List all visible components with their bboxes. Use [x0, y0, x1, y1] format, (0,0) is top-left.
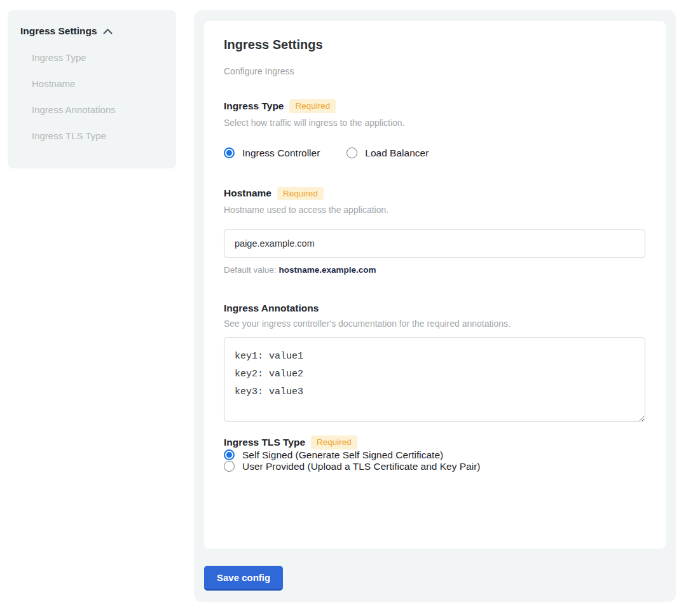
radio-option-load-balancer[interactable]: Load Balancer — [346, 147, 429, 159]
ingress-type-description: Select how traffic will ingress to the a… — [224, 118, 646, 128]
radio-option-self-signed[interactable]: Self Signed (Generate Self Signed Certif… — [224, 449, 646, 461]
required-badge: Required — [289, 99, 336, 113]
radio-selected-icon[interactable] — [224, 449, 235, 460]
radio-label[interactable]: Load Balancer — [365, 147, 429, 159]
ingress-tls-type-section: Ingress TLS Type Required Self Signed (G… — [224, 435, 646, 472]
ingress-type-section: Ingress Type Required Select how traffic… — [224, 99, 646, 159]
save-config-button[interactable]: Save config — [204, 566, 283, 591]
ingress-annotations-section: Ingress Annotations See your ingress con… — [224, 303, 646, 422]
sidebar-item-ingress-tls-type[interactable]: Ingress TLS Type — [32, 130, 163, 141]
page-subtitle: Configure Ingress — [224, 66, 646, 76]
radio-option-ingress-controller[interactable]: Ingress Controller — [224, 147, 320, 159]
settings-sidebar: Ingress Settings Ingress Type Hostname I… — [8, 10, 176, 168]
sidebar-header-label: Ingress Settings — [20, 25, 97, 37]
sidebar-header-ingress-settings[interactable]: Ingress Settings — [20, 25, 163, 37]
radio-label[interactable]: Self Signed (Generate Self Signed Certif… — [242, 449, 443, 461]
radio-option-user-provided[interactable]: User Provided (Upload a TLS Certificate … — [224, 461, 646, 472]
radio-label[interactable]: User Provided (Upload a TLS Certificate … — [242, 461, 480, 472]
ingress-settings-card: Ingress Settings Configure Ingress Ingre… — [204, 21, 666, 549]
radio-label[interactable]: Ingress Controller — [242, 147, 320, 159]
default-value-text: hostname.example.com — [279, 265, 376, 275]
page-title: Ingress Settings — [224, 38, 646, 52]
hostname-description: Hostname used to access the application. — [224, 205, 646, 215]
required-badge: Required — [277, 187, 324, 201]
hostname-label: Hostname — [224, 188, 271, 199]
default-value-prefix: Default value: — [224, 265, 277, 275]
sidebar-item-ingress-annotations[interactable]: Ingress Annotations — [32, 104, 163, 115]
ingress-annotations-label: Ingress Annotations — [224, 303, 319, 314]
ingress-tls-type-label: Ingress TLS Type — [224, 437, 305, 448]
hostname-default-line: Default value:hostname.example.com — [224, 265, 646, 275]
hostname-section: Hostname Required Hostname used to acces… — [224, 187, 646, 275]
ingress-annotations-description: See your ingress controller's documentat… — [224, 318, 646, 329]
radio-unselected-icon[interactable] — [224, 461, 235, 472]
sidebar-item-ingress-type[interactable]: Ingress Type — [32, 52, 163, 63]
required-badge: Required — [311, 435, 357, 449]
ingress-settings-panel: Ingress Settings Configure Ingress Ingre… — [194, 10, 676, 602]
chevron-up-icon — [103, 29, 113, 34]
ingress-annotations-textarea[interactable]: key1: value1 key2: value2 key3: value3 — [224, 337, 645, 422]
hostname-input[interactable] — [224, 229, 645, 258]
sidebar-item-list: Ingress Type Hostname Ingress Annotation… — [32, 52, 163, 141]
ingress-type-label: Ingress Type — [224, 100, 284, 112]
radio-unselected-icon[interactable] — [346, 147, 357, 158]
sidebar-item-hostname[interactable]: Hostname — [32, 78, 163, 89]
radio-selected-icon[interactable] — [224, 147, 235, 158]
